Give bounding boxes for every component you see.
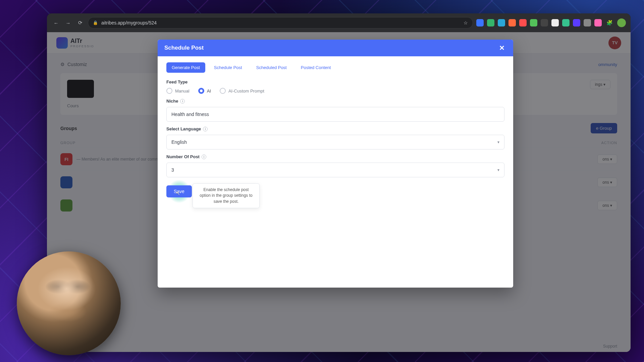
radio-dot-icon [220, 88, 226, 94]
niche-input[interactable] [166, 107, 504, 122]
save-tooltip: Enable the schedule post option in the g… [193, 183, 260, 208]
modal-body: Generate Post Schedule Post Scheduled Po… [158, 56, 513, 288]
extensions-menu-icon[interactable]: 🧩 [605, 18, 614, 27]
feed-type-label: Feed Type [166, 79, 504, 84]
extension-icon[interactable] [487, 19, 494, 26]
radio-dot-icon [198, 88, 204, 94]
modal-title: Schedule Post [164, 45, 204, 51]
language-value: English [171, 139, 187, 145]
extension-icon[interactable] [584, 19, 591, 26]
radio-ai[interactable]: AI [198, 88, 211, 94]
chevron-down-icon: ▾ [497, 140, 499, 144]
modal-header: Schedule Post ✕ [158, 40, 513, 56]
cursor-icon: ↖ [176, 190, 180, 196]
extension-icon[interactable] [508, 19, 516, 26]
extension-icon[interactable] [541, 19, 548, 26]
star-icon[interactable]: ☆ [464, 20, 468, 25]
chevron-down-icon: ▾ [497, 168, 499, 172]
modal-tabs: Generate Post Schedule Post Scheduled Po… [166, 62, 504, 73]
tab-generate-post[interactable]: Generate Post [166, 62, 205, 73]
forward-button[interactable]: → [64, 18, 72, 27]
lock-icon: 🔒 [93, 20, 98, 25]
extension-icon[interactable] [530, 19, 537, 26]
info-icon[interactable]: i [203, 127, 208, 131]
webcam-overlay [17, 251, 121, 355]
niche-label: Niche i [166, 99, 504, 104]
reload-button[interactable]: ⟳ [76, 18, 85, 27]
extension-icon[interactable] [594, 19, 602, 26]
info-icon[interactable]: i [202, 155, 206, 159]
extension-icon[interactable] [476, 19, 484, 26]
numposts-value: 3 [171, 167, 174, 173]
info-icon[interactable]: i [180, 99, 185, 104]
numposts-select[interactable]: 3 ▾ [166, 163, 504, 177]
language-label: Select Language i [166, 126, 504, 131]
extension-icon[interactable] [498, 19, 505, 26]
language-select[interactable]: English ▾ [166, 135, 504, 149]
tab-scheduled-post[interactable]: Scheduled Post [251, 62, 292, 73]
radio-manual[interactable]: Manual [166, 88, 190, 94]
extension-icon[interactable] [573, 19, 580, 26]
radio-ai-custom[interactable]: AI-Custom Prompt [220, 88, 264, 94]
browser-toolbar: ← → ⟳ 🔒 aitribes.app/mygroups/524 ☆ 🧩 [47, 13, 631, 32]
app-page: AITr PROFESSIO TV ⚙ Customiz ommunity in… [47, 32, 631, 352]
radio-dot-icon [166, 88, 172, 94]
extension-icon[interactable] [562, 19, 570, 26]
close-icon[interactable]: ✕ [497, 43, 506, 53]
extension-icon[interactable] [551, 19, 559, 26]
profile-avatar[interactable] [617, 18, 626, 27]
schedule-post-modal: Schedule Post ✕ Generate Post Schedule P… [158, 40, 513, 288]
save-button-wrap: Save ↖ Enable the schedule post option i… [166, 185, 192, 197]
tab-posted-content[interactable]: Posted Content [296, 62, 336, 73]
tab-schedule-post[interactable]: Schedule Post [209, 62, 248, 73]
back-button[interactable]: ← [52, 18, 60, 27]
browser-window: ← → ⟳ 🔒 aitribes.app/mygroups/524 ☆ 🧩 [47, 13, 631, 352]
feed-type-radios: Manual AI AI-Custom Prompt [166, 88, 504, 94]
numposts-label: Number Of Post i [166, 154, 504, 159]
extension-icon[interactable] [519, 19, 527, 26]
url-text: aitribes.app/mygroups/524 [101, 20, 157, 25]
extension-tray: 🧩 [476, 18, 626, 27]
address-bar[interactable]: 🔒 aitribes.app/mygroups/524 ☆ [88, 17, 473, 28]
